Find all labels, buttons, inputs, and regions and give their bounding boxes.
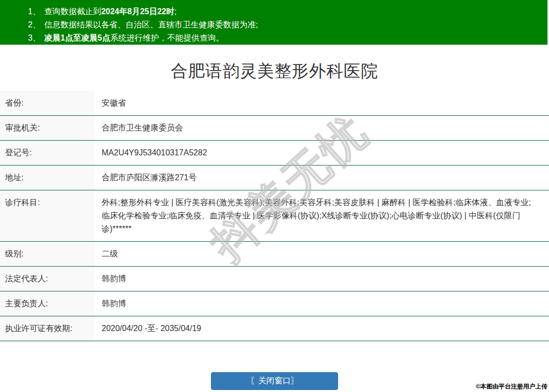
row-label: 地址: <box>0 166 95 190</box>
row-value: 二级 <box>95 242 549 266</box>
row-value: 合肥市卫生健康委员会 <box>95 116 549 140</box>
row-label: 法定代表人: <box>0 267 95 291</box>
row-value: MA2U4Y9J534010317A5282 <box>95 141 549 165</box>
table-row-treatment-subjects: 诊疗科目: 外科;整形外科专业 | 医疗美容科(激光美容科);美容外科;美容牙科… <box>0 190 549 242</box>
license-query-result-page: 1、 查询数据截止到2024年8月25日22时; 2、 信息数据结果以各省、自治… <box>0 0 549 390</box>
row-label: 诊疗科目: <box>0 190 95 241</box>
notice-number: 3、 <box>28 31 41 45</box>
row-label: 审批机关: <box>0 116 95 140</box>
notice-text: 信息数据结果以各省、自治区、直辖市卫生健康委数据为准; <box>44 18 258 31</box>
table-row-license-validity: 执业许可证有效期: 2020/04/20 -至- 2035/04/19 <box>0 316 549 341</box>
hospital-info-table: 省份: 安徽省 审批机关: 合肥市卫生健康委员会 登记号: MA2U4Y9J53… <box>0 91 549 341</box>
row-value: 2020/04/20 -至- 2035/04/19 <box>95 316 549 341</box>
table-row-legal-representative: 法定代表人: 韩韵博 <box>0 267 549 291</box>
row-value: 韩韵博 <box>95 267 549 291</box>
row-label: 省份: <box>0 91 95 115</box>
notice-text: 凌晨1点至凌晨5点系统进行维护，不能提供查询。 <box>44 31 224 45</box>
table-row-level: 级别: 二级 <box>0 242 549 267</box>
row-value: 安徽省 <box>95 91 549 115</box>
row-label: 主要负责人: <box>0 291 95 316</box>
notice-line-1: 1、 查询数据截止到2024年8月25日22时; <box>0 5 547 18</box>
notice-text: 查询数据截止到2024年8月25日22时; <box>44 5 177 18</box>
table-row-registration-number: 登记号: MA2U4Y9J534010317A5282 <box>0 141 549 166</box>
notice-bar: 1、 查询数据截止到2024年8月25日22时; 2、 信息数据结果以各省、自治… <box>0 0 547 45</box>
table-row-province: 省份: 安徽省 <box>0 91 549 116</box>
hospital-name-title: 合肥语韵灵美整形外科医院 <box>0 60 549 83</box>
close-window-button[interactable]: 〖关闭窗口〗 <box>211 372 338 390</box>
table-row-address: 地址: 合肥市庐阳区濉溪路271号 <box>0 166 549 190</box>
copyright-note: ©本图由平台注册用户上传 <box>476 382 547 391</box>
row-label: 执业许可证有效期: <box>0 316 95 341</box>
table-row-approval-authority: 审批机关: 合肥市卫生健康委员会 <box>0 116 549 141</box>
row-value: 外科;整形外科专业 | 医疗美容科(激光美容科);美容外科;美容牙科;美容皮肤科… <box>95 190 549 241</box>
table-row-main-person-in-charge: 主要负责人: 韩韵博 <box>0 291 549 316</box>
row-label: 级别: <box>0 242 95 266</box>
notice-line-2: 2、 信息数据结果以各省、自治区、直辖市卫生健康委数据为准; <box>0 18 547 31</box>
row-value: 合肥市庐阳区濉溪路271号 <box>95 166 549 190</box>
notice-number: 1、 <box>28 5 41 18</box>
row-label: 登记号: <box>0 141 95 165</box>
notice-number: 2、 <box>28 18 41 31</box>
notice-line-3: 3、 凌晨1点至凌晨5点系统进行维护，不能提供查询。 <box>0 31 547 45</box>
button-area: 〖关闭窗口〗 <box>0 372 549 390</box>
row-value: 韩韵博 <box>95 291 549 316</box>
